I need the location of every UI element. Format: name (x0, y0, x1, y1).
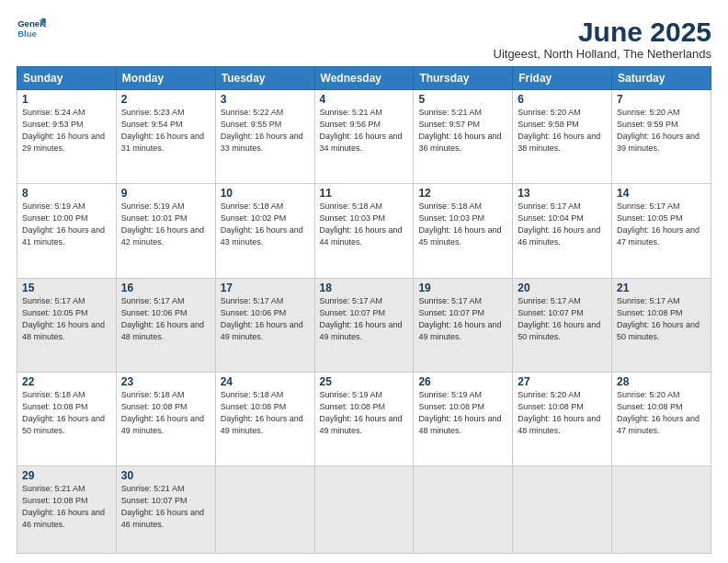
table-row: 11 Sunrise: 5:18 AMSunset: 10:03 PMDayli… (314, 184, 414, 278)
table-row: 30 Sunrise: 5:21 AMSunset: 10:07 PMDayli… (116, 466, 215, 554)
table-row: 3 Sunrise: 5:22 AMSunset: 9:55 PMDayligh… (215, 90, 314, 184)
table-row: 26 Sunrise: 5:19 AMSunset: 10:08 PMDayli… (414, 372, 513, 465)
table-row: 27 Sunrise: 5:20 AMSunset: 10:08 PMDayli… (513, 372, 612, 465)
col-wednesday: Wednesday (314, 67, 414, 90)
location-subtitle: Uitgeest, North Holland, The Netherlands (494, 47, 712, 61)
header: General Blue June 2025 Uitgeest, North H… (17, 17, 711, 61)
col-tuesday: Tuesday (215, 67, 314, 90)
empty-cell (314, 466, 414, 554)
table-row: 23 Sunrise: 5:18 AMSunset: 10:08 PMDayli… (116, 372, 215, 465)
table-row: 25 Sunrise: 5:19 AMSunset: 10:08 PMDayli… (314, 372, 414, 465)
table-row: 8 Sunrise: 5:19 AMSunset: 10:00 PMDaylig… (17, 184, 117, 278)
table-row: 4 Sunrise: 5:21 AMSunset: 9:56 PMDayligh… (314, 90, 414, 184)
col-monday: Monday (116, 67, 215, 90)
empty-cell (612, 466, 711, 554)
table-row: 28 Sunrise: 5:20 AMSunset: 10:08 PMDayli… (612, 372, 711, 465)
calendar-table: Sunday Monday Tuesday Wednesday Thursday… (17, 66, 711, 554)
table-row: 24 Sunrise: 5:18 AMSunset: 10:08 PMDayli… (215, 372, 314, 465)
empty-cell (215, 466, 314, 554)
title-block: June 2025 Uitgeest, North Holland, The N… (494, 17, 712, 61)
col-friday: Friday (513, 67, 612, 90)
table-row: 15 Sunrise: 5:17 AMSunset: 10:05 PMDayli… (17, 278, 117, 372)
table-row: 7 Sunrise: 5:20 AMSunset: 9:59 PMDayligh… (612, 90, 711, 184)
table-row: 16 Sunrise: 5:17 AMSunset: 10:06 PMDayli… (116, 278, 215, 372)
header-row: Sunday Monday Tuesday Wednesday Thursday… (17, 67, 711, 90)
empty-cell (513, 466, 612, 554)
table-row: 17 Sunrise: 5:17 AMSunset: 10:06 PMDayli… (215, 278, 314, 372)
table-row: 14 Sunrise: 5:17 AMSunset: 10:05 PMDayli… (612, 184, 711, 278)
calendar-week: 8 Sunrise: 5:19 AMSunset: 10:00 PMDaylig… (17, 184, 711, 278)
col-thursday: Thursday (414, 67, 513, 90)
table-row: 10 Sunrise: 5:18 AMSunset: 10:02 PMDayli… (215, 184, 314, 278)
table-row: 9 Sunrise: 5:19 AMSunset: 10:01 PMDaylig… (116, 184, 215, 278)
calendar-week: 15 Sunrise: 5:17 AMSunset: 10:05 PMDayli… (17, 278, 711, 372)
col-sunday: Sunday (17, 67, 117, 90)
svg-text:Blue: Blue (17, 29, 37, 39)
page: General Blue June 2025 Uitgeest, North H… (0, 0, 728, 563)
table-row: 12 Sunrise: 5:18 AMSunset: 10:03 PMDayli… (414, 184, 513, 278)
table-row: 18 Sunrise: 5:17 AMSunset: 10:07 PMDayli… (314, 278, 414, 372)
calendar-week: 29 Sunrise: 5:21 AMSunset: 10:08 PMDayli… (17, 466, 711, 554)
table-row: 20 Sunrise: 5:17 AMSunset: 10:07 PMDayli… (513, 278, 612, 372)
table-row: 6 Sunrise: 5:20 AMSunset: 9:58 PMDayligh… (513, 90, 612, 184)
table-row: 21 Sunrise: 5:17 AMSunset: 10:08 PMDayli… (612, 278, 711, 372)
logo-icon: General Blue (17, 17, 46, 42)
table-row: 19 Sunrise: 5:17 AMSunset: 10:07 PMDayli… (414, 278, 513, 372)
table-row: 1 Sunrise: 5:24 AMSunset: 9:53 PMDayligh… (17, 90, 117, 184)
calendar-week: 1 Sunrise: 5:24 AMSunset: 9:53 PMDayligh… (17, 90, 711, 184)
table-row: 5 Sunrise: 5:21 AMSunset: 9:57 PMDayligh… (414, 90, 513, 184)
table-row: 29 Sunrise: 5:21 AMSunset: 10:08 PMDayli… (17, 466, 117, 554)
logo: General Blue (17, 17, 46, 42)
calendar-week: 22 Sunrise: 5:18 AMSunset: 10:08 PMDayli… (17, 372, 711, 465)
col-saturday: Saturday (612, 67, 711, 90)
month-title: June 2025 (494, 17, 712, 47)
empty-cell (414, 466, 513, 554)
table-row: 13 Sunrise: 5:17 AMSunset: 10:04 PMDayli… (513, 184, 612, 278)
table-row: 22 Sunrise: 5:18 AMSunset: 10:08 PMDayli… (17, 372, 117, 465)
table-row: 2 Sunrise: 5:23 AMSunset: 9:54 PMDayligh… (116, 90, 215, 184)
